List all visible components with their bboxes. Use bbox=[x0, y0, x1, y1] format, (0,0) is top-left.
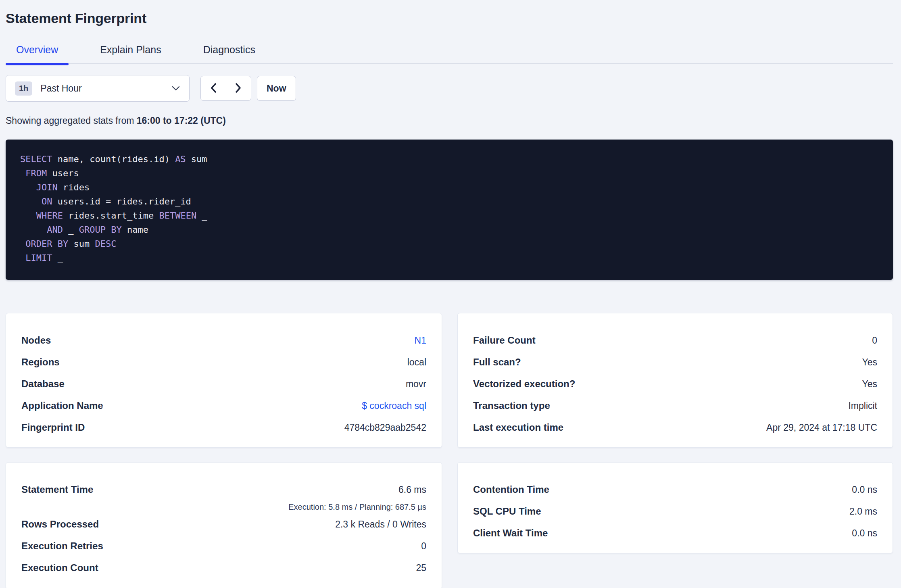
interval-badge: 1h bbox=[15, 81, 32, 96]
table-row: Failure Count 0 bbox=[473, 329, 877, 351]
table-row: Contention Time 0.0 ns bbox=[473, 479, 877, 500]
vectorized-execution-value: Yes bbox=[862, 379, 877, 390]
row-label-statement-time: Statement Time bbox=[21, 479, 93, 500]
statement-time-value-block: 6.6 ms Execution: 5.8 ms / Planning: 687… bbox=[288, 479, 426, 513]
table-row: Full scan? Yes bbox=[473, 351, 877, 373]
row-label-execution-count: Execution Count bbox=[21, 562, 98, 573]
tab-diagnostics[interactable]: Diagnostics bbox=[193, 42, 266, 63]
table-row: Statement Time 6.6 ms Execution: 5.8 ms … bbox=[21, 479, 426, 513]
aggregation-range-prefix: Showing aggregated stats from bbox=[6, 115, 137, 126]
table-row: Nodes N1 bbox=[21, 329, 426, 351]
row-label-last-execution-time: Last execution time bbox=[473, 422, 563, 433]
tab-overview[interactable]: Overview bbox=[6, 42, 69, 63]
statement-time-breakdown: Execution: 5.8 ms / Planning: 687.5 µs bbox=[288, 500, 426, 513]
table-row: Fingerprint ID 4784cb829aab2542 bbox=[21, 417, 426, 438]
row-label-fingerprint-id: Fingerprint ID bbox=[21, 422, 85, 433]
row-label-full-scan: Full scan? bbox=[473, 357, 521, 368]
last-execution-time-value: Apr 29, 2024 at 17:18 UTC bbox=[766, 422, 877, 433]
row-label-client-wait-time: Client Wait Time bbox=[473, 528, 548, 539]
row-label-sql-cpu-time: SQL CPU Time bbox=[473, 506, 541, 517]
failure-count-value: 0 bbox=[872, 335, 877, 346]
transaction-type-value: Implicit bbox=[848, 400, 877, 411]
sql-statement-box: SELECT name, count(rides.id) AS sum FROM… bbox=[6, 140, 893, 280]
wait-times-card: Contention Time 0.0 ns SQL CPU Time 2.0 … bbox=[457, 462, 893, 553]
statement-times-card: Statement Time 6.6 ms Execution: 5.8 ms … bbox=[6, 462, 442, 588]
rows-processed-value: 2.3 k Reads / 0 Writes bbox=[335, 519, 426, 530]
full-scan-value: Yes bbox=[862, 357, 877, 368]
row-label-application-name: Application Name bbox=[21, 400, 103, 411]
chevron-down-icon bbox=[171, 85, 180, 91]
row-label-transaction-type: Transaction type bbox=[473, 400, 550, 411]
table-row: Last execution time Apr 29, 2024 at 17:1… bbox=[473, 417, 877, 438]
page-title: Statement Fingerprint bbox=[6, 10, 893, 26]
nodes-link[interactable]: N1 bbox=[415, 335, 426, 346]
execution-attributes-card: Failure Count 0 Full scan? Yes Vectorize… bbox=[457, 313, 893, 448]
tab-bar: Overview Explain Plans Diagnostics bbox=[6, 42, 893, 64]
row-label-contention-time: Contention Time bbox=[473, 484, 549, 495]
chevron-left-icon bbox=[210, 82, 217, 95]
time-range-select[interactable]: 1h Past Hour bbox=[6, 75, 190, 102]
next-time-button[interactable] bbox=[226, 76, 251, 100]
table-row: Vectorized execution? Yes bbox=[473, 373, 877, 395]
regions-value: local bbox=[407, 357, 426, 368]
table-row: SQL CPU Time 2.0 ms bbox=[473, 500, 877, 522]
aggregation-range-text: Showing aggregated stats from 16:00 to 1… bbox=[6, 115, 893, 126]
table-row: Transaction type Implicit bbox=[473, 395, 877, 417]
table-row: Database movr bbox=[21, 373, 426, 395]
aggregation-range-bold: 16:00 to 17:22 (UTC) bbox=[137, 115, 226, 126]
time-nav-buttons bbox=[200, 76, 251, 101]
summary-cards-grid: Nodes N1 Regions local Database movr App… bbox=[6, 313, 893, 588]
statement-time-value: 6.6 ms bbox=[398, 479, 426, 500]
chevron-right-icon bbox=[235, 82, 242, 95]
now-button[interactable]: Now bbox=[257, 76, 296, 101]
row-label-nodes: Nodes bbox=[21, 335, 51, 346]
row-label-rows-processed: Rows Processed bbox=[21, 519, 99, 530]
table-row: Execution Retries 0 bbox=[21, 535, 426, 557]
sql-cpu-time-value: 2.0 ms bbox=[849, 506, 877, 517]
execution-retries-value: 0 bbox=[421, 541, 426, 552]
table-row: Application Name $ cockroach sql bbox=[21, 395, 426, 417]
client-wait-time-value: 0.0 ns bbox=[852, 528, 877, 539]
row-label-database: Database bbox=[21, 378, 65, 390]
database-value: movr bbox=[406, 379, 426, 390]
table-row: Rows Processed 2.3 k Reads / 0 Writes bbox=[21, 513, 426, 535]
table-row: Regions local bbox=[21, 351, 426, 373]
statement-fingerprint-page: Statement Fingerprint Overview Explain P… bbox=[0, 10, 901, 588]
statement-details-card: Nodes N1 Regions local Database movr App… bbox=[6, 313, 442, 448]
previous-time-button[interactable] bbox=[201, 76, 226, 100]
tab-explain-plans[interactable]: Explain Plans bbox=[90, 42, 171, 63]
row-label-regions: Regions bbox=[21, 357, 60, 368]
time-range-value: Past Hour bbox=[40, 83, 81, 94]
row-label-failure-count: Failure Count bbox=[473, 335, 536, 346]
fingerprint-id-value: 4784cb829aab2542 bbox=[344, 422, 426, 433]
time-picker-row: 1h Past Hour Now bbox=[6, 75, 893, 102]
application-name-link[interactable]: $ cockroach sql bbox=[362, 400, 426, 411]
sql-statement-code: SELECT name, count(rides.id) AS sum FROM… bbox=[20, 152, 878, 265]
execution-count-value: 25 bbox=[416, 563, 426, 573]
table-row: Execution Count 25 bbox=[21, 557, 426, 579]
table-row: Client Wait Time 0.0 ns bbox=[473, 522, 877, 544]
contention-time-value: 0.0 ns bbox=[852, 484, 877, 495]
row-label-vectorized-execution: Vectorized execution? bbox=[473, 378, 575, 390]
row-label-execution-retries: Execution Retries bbox=[21, 540, 103, 552]
